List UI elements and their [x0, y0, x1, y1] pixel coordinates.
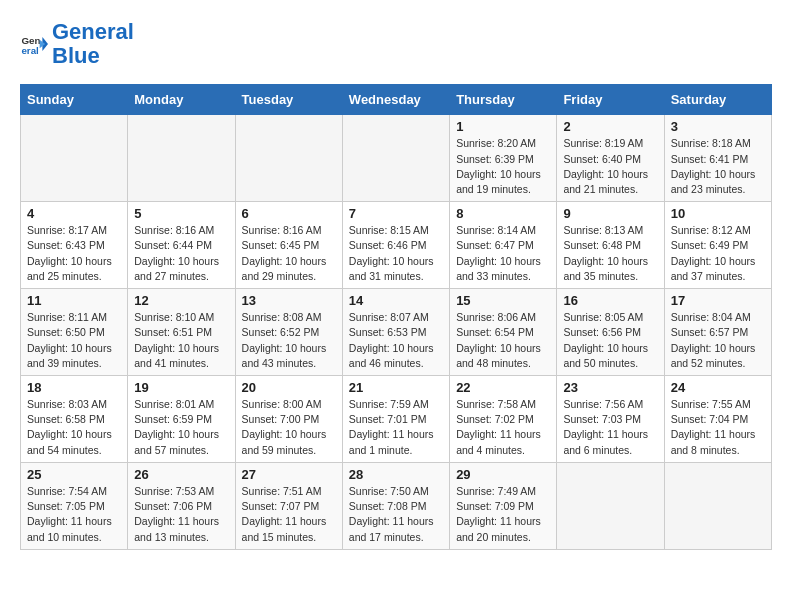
day-info: Sunrise: 8:17 AM Sunset: 6:43 PM Dayligh…: [27, 223, 121, 284]
day-number: 21: [349, 380, 443, 395]
calendar-header: SundayMondayTuesdayWednesdayThursdayFrid…: [21, 85, 772, 115]
calendar-cell: 20Sunrise: 8:00 AM Sunset: 7:00 PM Dayli…: [235, 376, 342, 463]
day-number: 23: [563, 380, 657, 395]
weekday-saturday: Saturday: [664, 85, 771, 115]
calendar-cell: 6Sunrise: 8:16 AM Sunset: 6:45 PM Daylig…: [235, 202, 342, 289]
calendar-cell: 9Sunrise: 8:13 AM Sunset: 6:48 PM Daylig…: [557, 202, 664, 289]
calendar-cell: [664, 462, 771, 549]
calendar-cell: 4Sunrise: 8:17 AM Sunset: 6:43 PM Daylig…: [21, 202, 128, 289]
day-info: Sunrise: 8:14 AM Sunset: 6:47 PM Dayligh…: [456, 223, 550, 284]
calendar-cell: 10Sunrise: 8:12 AM Sunset: 6:49 PM Dayli…: [664, 202, 771, 289]
page-header: Gen eral GeneralBlue: [20, 20, 772, 68]
calendar-cell: 21Sunrise: 7:59 AM Sunset: 7:01 PM Dayli…: [342, 376, 449, 463]
day-number: 5: [134, 206, 228, 221]
day-number: 24: [671, 380, 765, 395]
day-number: 28: [349, 467, 443, 482]
day-info: Sunrise: 8:16 AM Sunset: 6:44 PM Dayligh…: [134, 223, 228, 284]
calendar-cell: 14Sunrise: 8:07 AM Sunset: 6:53 PM Dayli…: [342, 289, 449, 376]
weekday-friday: Friday: [557, 85, 664, 115]
calendar-cell: 5Sunrise: 8:16 AM Sunset: 6:44 PM Daylig…: [128, 202, 235, 289]
calendar-cell: 8Sunrise: 8:14 AM Sunset: 6:47 PM Daylig…: [450, 202, 557, 289]
day-info: Sunrise: 7:59 AM Sunset: 7:01 PM Dayligh…: [349, 397, 443, 458]
day-number: 29: [456, 467, 550, 482]
day-info: Sunrise: 8:19 AM Sunset: 6:40 PM Dayligh…: [563, 136, 657, 197]
day-info: Sunrise: 7:50 AM Sunset: 7:08 PM Dayligh…: [349, 484, 443, 545]
day-number: 17: [671, 293, 765, 308]
day-number: 4: [27, 206, 121, 221]
calendar-cell: 27Sunrise: 7:51 AM Sunset: 7:07 PM Dayli…: [235, 462, 342, 549]
day-info: Sunrise: 7:51 AM Sunset: 7:07 PM Dayligh…: [242, 484, 336, 545]
day-number: 1: [456, 119, 550, 134]
calendar-cell: 13Sunrise: 8:08 AM Sunset: 6:52 PM Dayli…: [235, 289, 342, 376]
calendar-cell: 22Sunrise: 7:58 AM Sunset: 7:02 PM Dayli…: [450, 376, 557, 463]
day-number: 15: [456, 293, 550, 308]
calendar-cell: 1Sunrise: 8:20 AM Sunset: 6:39 PM Daylig…: [450, 115, 557, 202]
calendar-cell: [21, 115, 128, 202]
day-number: 16: [563, 293, 657, 308]
calendar-week-2: 11Sunrise: 8:11 AM Sunset: 6:50 PM Dayli…: [21, 289, 772, 376]
day-info: Sunrise: 8:08 AM Sunset: 6:52 PM Dayligh…: [242, 310, 336, 371]
day-info: Sunrise: 8:07 AM Sunset: 6:53 PM Dayligh…: [349, 310, 443, 371]
day-info: Sunrise: 8:12 AM Sunset: 6:49 PM Dayligh…: [671, 223, 765, 284]
day-number: 18: [27, 380, 121, 395]
calendar-cell: 2Sunrise: 8:19 AM Sunset: 6:40 PM Daylig…: [557, 115, 664, 202]
day-info: Sunrise: 8:06 AM Sunset: 6:54 PM Dayligh…: [456, 310, 550, 371]
weekday-header-row: SundayMondayTuesdayWednesdayThursdayFrid…: [21, 85, 772, 115]
calendar-cell: 19Sunrise: 8:01 AM Sunset: 6:59 PM Dayli…: [128, 376, 235, 463]
calendar-cell: 25Sunrise: 7:54 AM Sunset: 7:05 PM Dayli…: [21, 462, 128, 549]
day-info: Sunrise: 8:16 AM Sunset: 6:45 PM Dayligh…: [242, 223, 336, 284]
calendar-cell: [557, 462, 664, 549]
logo: Gen eral GeneralBlue: [20, 20, 134, 68]
logo-text: GeneralBlue: [52, 20, 134, 68]
day-info: Sunrise: 7:58 AM Sunset: 7:02 PM Dayligh…: [456, 397, 550, 458]
weekday-thursday: Thursday: [450, 85, 557, 115]
day-info: Sunrise: 7:53 AM Sunset: 7:06 PM Dayligh…: [134, 484, 228, 545]
day-info: Sunrise: 7:49 AM Sunset: 7:09 PM Dayligh…: [456, 484, 550, 545]
day-info: Sunrise: 8:20 AM Sunset: 6:39 PM Dayligh…: [456, 136, 550, 197]
calendar-table: SundayMondayTuesdayWednesdayThursdayFrid…: [20, 84, 772, 549]
day-info: Sunrise: 8:01 AM Sunset: 6:59 PM Dayligh…: [134, 397, 228, 458]
day-info: Sunrise: 7:54 AM Sunset: 7:05 PM Dayligh…: [27, 484, 121, 545]
day-info: Sunrise: 8:00 AM Sunset: 7:00 PM Dayligh…: [242, 397, 336, 458]
calendar-week-1: 4Sunrise: 8:17 AM Sunset: 6:43 PM Daylig…: [21, 202, 772, 289]
day-number: 20: [242, 380, 336, 395]
day-number: 12: [134, 293, 228, 308]
day-number: 9: [563, 206, 657, 221]
calendar-cell: 28Sunrise: 7:50 AM Sunset: 7:08 PM Dayli…: [342, 462, 449, 549]
calendar-cell: 26Sunrise: 7:53 AM Sunset: 7:06 PM Dayli…: [128, 462, 235, 549]
calendar-week-3: 18Sunrise: 8:03 AM Sunset: 6:58 PM Dayli…: [21, 376, 772, 463]
calendar-week-0: 1Sunrise: 8:20 AM Sunset: 6:39 PM Daylig…: [21, 115, 772, 202]
day-number: 7: [349, 206, 443, 221]
calendar-cell: 18Sunrise: 8:03 AM Sunset: 6:58 PM Dayli…: [21, 376, 128, 463]
calendar-cell: [342, 115, 449, 202]
day-number: 27: [242, 467, 336, 482]
calendar-cell: 17Sunrise: 8:04 AM Sunset: 6:57 PM Dayli…: [664, 289, 771, 376]
day-number: 22: [456, 380, 550, 395]
day-info: Sunrise: 8:03 AM Sunset: 6:58 PM Dayligh…: [27, 397, 121, 458]
calendar-body: 1Sunrise: 8:20 AM Sunset: 6:39 PM Daylig…: [21, 115, 772, 549]
calendar-cell: 29Sunrise: 7:49 AM Sunset: 7:09 PM Dayli…: [450, 462, 557, 549]
day-info: Sunrise: 8:05 AM Sunset: 6:56 PM Dayligh…: [563, 310, 657, 371]
day-info: Sunrise: 8:15 AM Sunset: 6:46 PM Dayligh…: [349, 223, 443, 284]
svg-text:eral: eral: [21, 45, 39, 56]
day-info: Sunrise: 8:18 AM Sunset: 6:41 PM Dayligh…: [671, 136, 765, 197]
calendar-cell: 24Sunrise: 7:55 AM Sunset: 7:04 PM Dayli…: [664, 376, 771, 463]
calendar-cell: [128, 115, 235, 202]
day-info: Sunrise: 8:13 AM Sunset: 6:48 PM Dayligh…: [563, 223, 657, 284]
calendar-cell: 15Sunrise: 8:06 AM Sunset: 6:54 PM Dayli…: [450, 289, 557, 376]
logo-icon: Gen eral: [20, 30, 48, 58]
day-number: 25: [27, 467, 121, 482]
day-info: Sunrise: 7:55 AM Sunset: 7:04 PM Dayligh…: [671, 397, 765, 458]
calendar-week-4: 25Sunrise: 7:54 AM Sunset: 7:05 PM Dayli…: [21, 462, 772, 549]
calendar-cell: [235, 115, 342, 202]
day-info: Sunrise: 8:04 AM Sunset: 6:57 PM Dayligh…: [671, 310, 765, 371]
calendar-cell: 23Sunrise: 7:56 AM Sunset: 7:03 PM Dayli…: [557, 376, 664, 463]
calendar-cell: 16Sunrise: 8:05 AM Sunset: 6:56 PM Dayli…: [557, 289, 664, 376]
day-number: 8: [456, 206, 550, 221]
day-number: 14: [349, 293, 443, 308]
calendar-cell: 11Sunrise: 8:11 AM Sunset: 6:50 PM Dayli…: [21, 289, 128, 376]
weekday-wednesday: Wednesday: [342, 85, 449, 115]
day-number: 11: [27, 293, 121, 308]
day-number: 19: [134, 380, 228, 395]
day-number: 6: [242, 206, 336, 221]
